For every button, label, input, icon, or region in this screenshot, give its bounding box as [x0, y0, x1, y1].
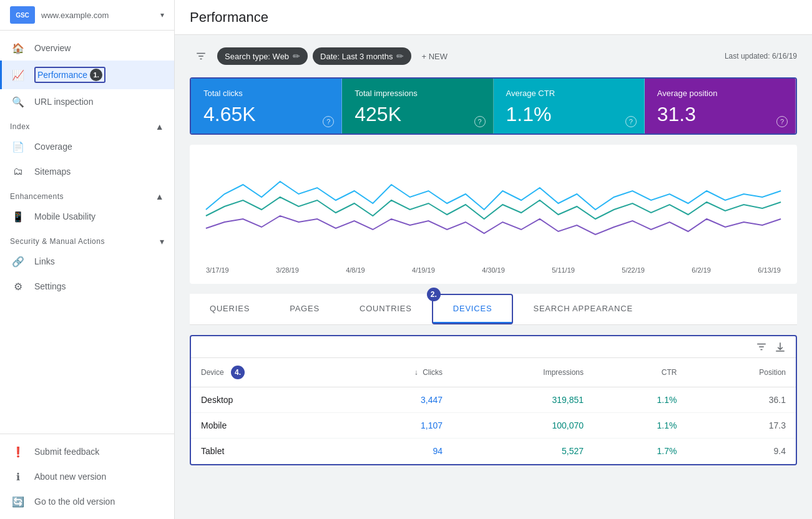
sidebar-item-about-new-version[interactable]: ℹ About new version	[0, 464, 174, 489]
performance-chart	[200, 160, 787, 260]
home-icon: 🏠	[12, 42, 24, 54]
chart-date: 3/28/19	[276, 266, 299, 274]
cell-ctr[interactable]: 1.1%	[594, 387, 687, 413]
col-ctr[interactable]: CTR	[594, 358, 687, 387]
chart-date: 4/8/19	[346, 266, 365, 274]
sidebar-item-performance[interactable]: 📈 Performance 1.	[0, 61, 174, 89]
cell-impressions[interactable]: 5,527	[452, 439, 594, 464]
enhancements-section-label: Enhancements	[10, 192, 64, 201]
metric-value: 4.65K	[203, 103, 329, 126]
cell-clicks[interactable]: 3,447	[340, 387, 452, 413]
sidebar-item-old-version[interactable]: 🔄 Go to the old version	[0, 489, 174, 514]
chart-date: 5/11/19	[552, 266, 575, 274]
cell-impressions[interactable]: 319,851	[452, 387, 594, 413]
sidebar-nav: 🏠 Overview 📈 Performance 1. 🔍 URL inspec…	[0, 31, 174, 434]
enhancements-chevron-icon[interactable]: ▲	[155, 192, 164, 201]
sidebar-item-url-inspection[interactable]: 🔍 URL inspection	[0, 89, 174, 114]
date-chip[interactable]: Date: Last 3 months ✏	[313, 47, 411, 65]
data-table: Device 4. ↓ Clicks Impressions CTR Posit…	[191, 358, 796, 464]
sidebar-item-label: Performance	[37, 70, 87, 80]
info-icon: ℹ	[12, 470, 24, 483]
toolbar: Search type: Web ✏ Date: Last 3 months ✏…	[190, 45, 797, 67]
chart-date: 6/13/19	[758, 266, 781, 274]
col-position[interactable]: Position	[687, 358, 796, 387]
sidebar-item-label: Sitemaps	[34, 167, 71, 177]
metric-card-clicks[interactable]: Total clicks 4.65K ?	[191, 79, 342, 133]
metric-label: Total clicks	[203, 89, 329, 98]
tabs-container: QUERIES PAGES COUNTRIES 2. DEVICES SEARC…	[190, 294, 797, 325]
sidebar-header: GSC www.example.com ▾	[0, 0, 174, 31]
help-icon[interactable]: ?	[776, 116, 788, 127]
table-filter-button[interactable]	[756, 341, 767, 352]
help-icon[interactable]: ?	[323, 116, 334, 127]
tab-countries[interactable]: COUNTRIES	[340, 295, 432, 323]
security-chevron-icon[interactable]: ▾	[160, 236, 165, 246]
sidebar-item-mobile-usability[interactable]: 📱 Mobile Usability	[0, 204, 174, 229]
sidebar-item-overview[interactable]: 🏠 Overview	[0, 36, 174, 61]
metric-cards: Total clicks 4.65K ? Total impressions 4…	[190, 77, 797, 135]
chart-date: 6/2/19	[692, 266, 711, 274]
coverage-icon: 📄	[12, 140, 24, 153]
index-chevron-icon[interactable]: ▲	[155, 122, 164, 132]
new-button[interactable]: + NEW	[416, 48, 452, 65]
metric-card-ctr[interactable]: Average CTR 1.1% ?	[494, 79, 645, 133]
sidebar-item-links[interactable]: 🔗 Links	[0, 249, 174, 274]
enhancements-section: Enhancements ▲	[0, 184, 174, 204]
chart-date: 5/22/19	[622, 266, 645, 274]
links-icon: 🔗	[12, 255, 24, 268]
filter-button[interactable]	[190, 45, 212, 67]
site-logo: GSC	[10, 6, 35, 24]
main-content: Performance Search type: Web ✏ Date: Las…	[175, 0, 812, 519]
chart-date: 4/30/19	[482, 266, 505, 274]
data-table-container: Device 4. ↓ Clicks Impressions CTR Posit…	[190, 335, 797, 465]
date-label: Date: Last 3 months	[320, 52, 393, 61]
sidebar-item-settings[interactable]: ⚙ Settings	[0, 274, 174, 299]
tab-devices[interactable]: DEVICES	[433, 295, 512, 323]
cell-clicks[interactable]: 94	[340, 439, 452, 464]
feedback-icon: ❗	[12, 445, 24, 458]
cell-impressions[interactable]: 100,070	[452, 413, 594, 439]
table-header-row: Device 4. ↓ Clicks Impressions CTR Posit…	[191, 358, 796, 387]
cell-position: 17.3	[687, 413, 796, 439]
metric-card-impressions[interactable]: Total impressions 425K ?	[342, 79, 493, 133]
col-impressions[interactable]: Impressions	[452, 358, 594, 387]
table-row: Tablet 94 5,527 1.7% 9.4	[191, 439, 796, 464]
help-icon[interactable]: ?	[474, 116, 486, 127]
metric-value: 425K	[355, 103, 480, 126]
sidebar-item-coverage[interactable]: 📄 Coverage	[0, 134, 174, 159]
edit-search-type-icon: ✏	[293, 51, 300, 61]
sidebar-item-label: Coverage	[34, 142, 72, 152]
security-section: Security & Manual Actions ▾	[0, 229, 174, 249]
main-header: Performance	[175, 0, 812, 35]
metric-label: Average position	[657, 89, 783, 98]
sidebar-item-label: URL inspection	[34, 97, 93, 107]
sidebar-item-submit-feedback[interactable]: ❗ Submit feedback	[0, 439, 174, 464]
col-clicks[interactable]: ↓ Clicks	[340, 358, 452, 387]
site-chevron-icon[interactable]: ▾	[160, 11, 164, 19]
table-row: Desktop 3,447 319,851 1.1% 36.1	[191, 387, 796, 413]
sort-arrow-icon: ↓	[414, 368, 418, 377]
sidebar-item-label: Mobile Usability	[34, 211, 95, 221]
sidebar: GSC www.example.com ▾ 🏠 Overview 📈 Perfo…	[0, 0, 175, 519]
cell-ctr[interactable]: 1.7%	[594, 439, 687, 464]
cell-clicks[interactable]: 1,107	[340, 413, 452, 439]
security-section-label: Security & Manual Actions	[10, 237, 105, 246]
performance-icon: 📈	[12, 69, 24, 81]
table-download-button[interactable]	[775, 341, 786, 352]
chart-dates: 3/17/19 3/28/19 4/8/19 4/19/19 4/30/19 5…	[200, 266, 787, 274]
sidebar-item-sitemaps[interactable]: 🗂 Sitemaps	[0, 159, 174, 184]
tab-pages[interactable]: PAGES	[270, 295, 340, 323]
metric-card-position[interactable]: Average position 31.3 ?	[645, 79, 796, 133]
sidebar-item-label: Settings	[34, 281, 66, 291]
new-button-label: + NEW	[421, 52, 448, 61]
cell-ctr[interactable]: 1.1%	[594, 413, 687, 439]
sitemaps-icon: 🗂	[12, 165, 24, 178]
table-row: Mobile 1,107 100,070 1.1% 17.3	[191, 413, 796, 439]
search-type-chip[interactable]: Search type: Web ✏	[217, 47, 308, 65]
tab-search-appearance[interactable]: SEARCH APPEARANCE	[513, 295, 653, 323]
sidebar-item-label: Submit feedback	[34, 447, 99, 457]
badge-4: 4.	[231, 366, 245, 379]
performance-highlight: Performance 1.	[34, 67, 105, 83]
tab-queries[interactable]: QUERIES	[190, 295, 270, 323]
help-icon[interactable]: ?	[625, 116, 637, 127]
